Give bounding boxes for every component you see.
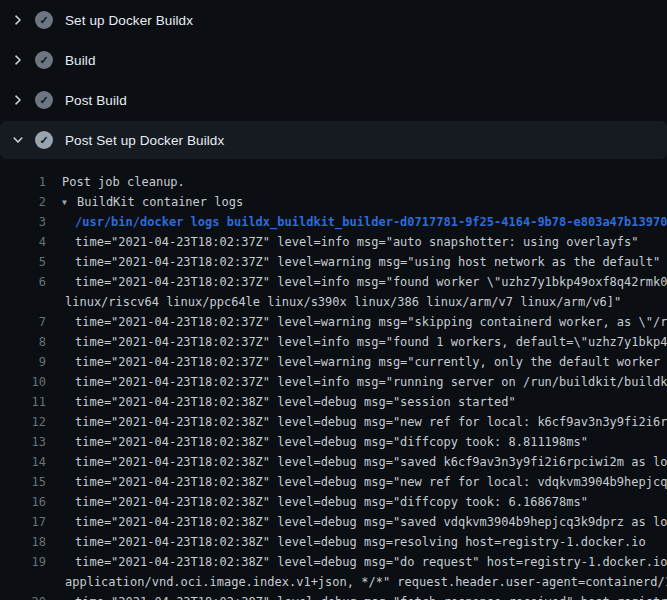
log-line: 16time="2021-04-23T18:02:38Z" level=debu… (0, 492, 667, 512)
log-line-number[interactable]: 3 (0, 212, 46, 232)
check-circle-icon: ✓ (35, 51, 53, 69)
log-line: 1Post job cleanup. (0, 172, 667, 192)
log-line-text: time="2021-04-23T18:02:37Z" level=info m… (46, 332, 667, 352)
log-line-number[interactable]: 18 (0, 532, 46, 552)
log-area: 1Post job cleanup.2▼BuildKit container l… (0, 160, 667, 600)
log-line-text: time="2021-04-23T18:02:38Z" level=debug … (46, 432, 588, 452)
log-line-number[interactable]: 4 (0, 232, 46, 252)
log-line-number[interactable]: 8 (0, 332, 46, 352)
log-line-number[interactable]: 7 (0, 312, 46, 332)
log-line-number[interactable]: 5 (0, 252, 46, 272)
step-post-build[interactable]: ✓ Post Build (0, 80, 667, 120)
log-line: 8time="2021-04-23T18:02:37Z" level=info … (0, 332, 667, 352)
log-line: 11time="2021-04-23T18:02:38Z" level=debu… (0, 392, 667, 412)
log-line-text: time="2021-04-23T18:02:37Z" level=info m… (46, 372, 667, 392)
log-line-number[interactable]: 19 (0, 552, 46, 572)
log-line-text: time="2021-04-23T18:02:38Z" level=debug … (46, 492, 588, 512)
step-build[interactable]: ✓ Build (0, 40, 667, 80)
log-line-number (0, 292, 46, 312)
log-line: 17time="2021-04-23T18:02:38Z" level=debu… (0, 512, 667, 532)
log-line-number[interactable]: 10 (0, 372, 46, 392)
log-line-text: time="2021-04-23T18:02:37Z" level=info m… (46, 272, 667, 292)
log-line-text: time="2021-04-23T18:02:38Z" level=debug … (46, 472, 667, 492)
log-line-number[interactable]: 13 (0, 432, 46, 452)
log-line-text: time="2021-04-23T18:02:37Z" level=warnin… (46, 252, 660, 272)
log-line-number[interactable]: 2 (0, 192, 46, 212)
check-circle-icon: ✓ (35, 11, 53, 29)
log-line: 4time="2021-04-23T18:02:37Z" level=info … (0, 232, 667, 252)
log-line-number[interactable]: 14 (0, 452, 46, 472)
step-set-up-docker-buildx[interactable]: ✓ Set up Docker Buildx (0, 0, 667, 40)
log-line: 5time="2021-04-23T18:02:37Z" level=warni… (0, 252, 667, 272)
log-line-text: time="2021-04-23T18:02:38Z" level=debug … (46, 452, 667, 472)
step-post-set-up-docker-buildx[interactable]: ✓ Post Set up Docker Buildx (0, 121, 667, 159)
log-line-text: time="2021-04-23T18:02:38Z" level=debug … (46, 552, 667, 572)
log-line-number[interactable]: 17 (0, 512, 46, 532)
log-line-number[interactable]: 16 (0, 492, 46, 512)
chevron-right-icon (12, 94, 24, 106)
log-line-number[interactable]: 6 (0, 272, 46, 292)
chevron-down-icon (12, 134, 24, 146)
log-line: 6time="2021-04-23T18:02:37Z" level=info … (0, 272, 667, 292)
log-line: 2▼BuildKit container logs (0, 192, 667, 212)
step-title: Post Build (65, 93, 127, 108)
log-line-text: application/vnd.oci.image.index.v1+json,… (46, 572, 667, 592)
log-line-number[interactable]: 20 (0, 592, 46, 600)
log-line-text: Post job cleanup. (46, 172, 185, 192)
log-line: 14time="2021-04-23T18:02:38Z" level=debu… (0, 452, 667, 472)
log-line-number[interactable]: 9 (0, 352, 46, 372)
log-line: 12time="2021-04-23T18:02:38Z" level=debu… (0, 412, 667, 432)
log-line: 20time="2021-04-23T18:02:38Z" level=debu… (0, 592, 667, 600)
log-line-number[interactable]: 11 (0, 392, 46, 412)
log-line: 7time="2021-04-23T18:02:37Z" level=warni… (0, 312, 667, 332)
check-circle-icon: ✓ (35, 91, 53, 109)
log-line: 3/usr/bin/docker logs buildx_buildkit_bu… (0, 212, 667, 232)
log-line: 10time="2021-04-23T18:02:37Z" level=info… (0, 372, 667, 392)
log-line-text: ▼BuildKit container logs (46, 192, 243, 212)
log-line-number (0, 572, 46, 592)
log-line-number[interactable]: 12 (0, 412, 46, 432)
log-line-text: time="2021-04-23T18:02:37Z" level=warnin… (46, 352, 667, 372)
log-line-text: linux/riscv64 linux/ppc64le linux/s390x … (46, 292, 621, 312)
log-line: 15time="2021-04-23T18:02:38Z" level=debu… (0, 472, 667, 492)
check-circle-icon: ✓ (35, 131, 53, 149)
group-collapse-icon[interactable]: ▼ (62, 193, 72, 212)
log-line-text: time="2021-04-23T18:02:38Z" level=debug … (46, 592, 667, 600)
log-line-text: time="2021-04-23T18:02:38Z" level=debug … (46, 412, 667, 432)
log-line: application/vnd.oci.image.index.v1+json,… (0, 572, 667, 592)
log-line: linux/riscv64 linux/ppc64le linux/s390x … (0, 292, 667, 312)
log-line-text: time="2021-04-23T18:02:38Z" level=debug … (46, 392, 516, 412)
step-title: Post Set up Docker Buildx (65, 133, 224, 148)
log-line: 18time="2021-04-23T18:02:38Z" level=debu… (0, 532, 667, 552)
log-line-text: time="2021-04-23T18:02:37Z" level=info m… (46, 232, 639, 252)
log-line: 9time="2021-04-23T18:02:37Z" level=warni… (0, 352, 667, 372)
log-line-number[interactable]: 15 (0, 472, 46, 492)
log-line-text: time="2021-04-23T18:02:38Z" level=debug … (46, 512, 667, 532)
log-command-text: /usr/bin/docker logs buildx_buildkit_bui… (46, 212, 667, 232)
step-title: Set up Docker Buildx (65, 13, 193, 28)
log-line-text: time="2021-04-23T18:02:38Z" level=debug … (46, 532, 646, 552)
log-line: 19time="2021-04-23T18:02:38Z" level=debu… (0, 552, 667, 572)
steps-list: ✓ Set up Docker Buildx ✓ Build ✓ Post Bu… (0, 0, 667, 159)
log-line-text: time="2021-04-23T18:02:37Z" level=warnin… (46, 312, 667, 332)
chevron-right-icon (12, 14, 24, 26)
log-line-number[interactable]: 1 (0, 172, 46, 192)
step-title: Build (65, 53, 96, 68)
chevron-right-icon (12, 54, 24, 66)
log-line: 13time="2021-04-23T18:02:38Z" level=debu… (0, 432, 667, 452)
